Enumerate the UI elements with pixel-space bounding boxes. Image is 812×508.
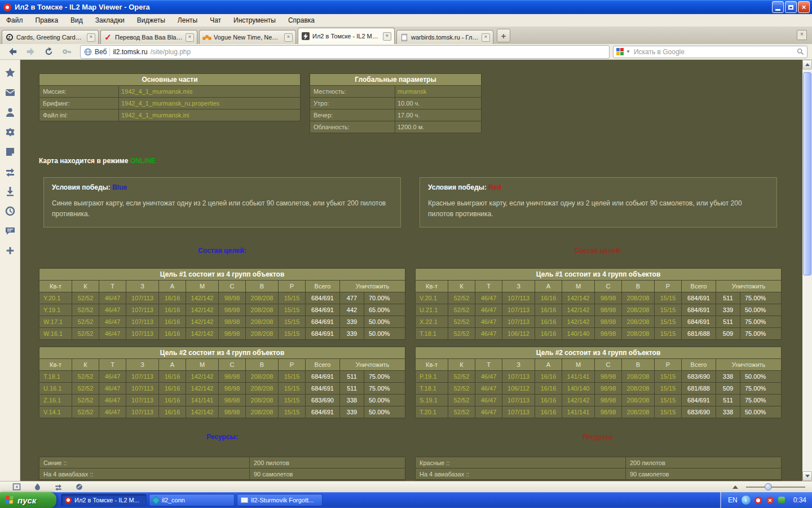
column-header: Уничтожить — [340, 281, 405, 292]
tab-bar-close-button[interactable]: × — [797, 30, 807, 40]
start-button[interactable]: пуск — [0, 492, 56, 508]
blue-goal2-table: Цель #2 состоит из 4 групп объектов Кв-т… — [39, 347, 405, 418]
widgets-gear-icon[interactable] — [4, 126, 16, 138]
panel-toggle-icon[interactable] — [12, 483, 21, 491]
maximize-button[interactable] — [785, 1, 797, 13]
column-header: Кв-т — [39, 359, 72, 370]
turbo-icon[interactable] — [33, 483, 42, 491]
scrollbar-thumb[interactable] — [803, 72, 811, 275]
cell: 52/52 — [72, 304, 99, 316]
reload-icon — [43, 46, 54, 57]
zoom-slider[interactable] — [746, 487, 805, 488]
tab-cards[interactable]: Z Cards, Greeting Cards, P... × — [2, 30, 99, 44]
tab-close-icon[interactable]: × — [284, 33, 293, 42]
downloads-icon[interactable] — [4, 185, 16, 198]
tab-warbirds[interactable]: warbirds.tomsk.ru - Гла... × — [396, 30, 493, 44]
new-tab-button[interactable]: + — [497, 29, 510, 42]
menu-chat[interactable]: Чат — [204, 14, 227, 27]
security-shield-icon[interactable] — [766, 496, 774, 505]
tab-vogue[interactable]: Vogue New Time, New T... × — [199, 30, 296, 44]
menu-widgets[interactable]: Виджеты — [131, 14, 171, 27]
tab-close-icon[interactable]: × — [383, 32, 391, 41]
close-button[interactable]: × — [798, 1, 810, 13]
menu-bookmarks[interactable]: Закладки — [89, 14, 131, 27]
cell: 16/16 — [159, 406, 186, 418]
cell: 339 — [340, 316, 364, 327]
google-search-box[interactable]: ▼ — [613, 46, 807, 58]
cell[interactable]: 1942_4_1_murmansk.ini — [119, 110, 300, 121]
cell: 338 — [716, 406, 740, 418]
vertical-scrollbar[interactable] — [802, 60, 812, 481]
minimize-button[interactable] — [772, 1, 784, 13]
magnifier-icon[interactable] — [797, 48, 804, 55]
cell: 52/52 — [448, 328, 475, 339]
cell: 15/15 — [279, 371, 305, 382]
cell: 106/112 — [502, 328, 535, 339]
blue-victory-box: Условия победы: Blue Синие выиграют карт… — [43, 177, 401, 227]
zoom-slider-handle[interactable] — [765, 483, 772, 491]
transfers-arrows-icon[interactable] — [4, 165, 16, 178]
tab-translation[interactable]: ✓ Перевод Baa Baa Black ... × — [100, 30, 197, 44]
mail-icon[interactable] — [4, 86, 16, 99]
opera-link-icon[interactable] — [75, 483, 83, 491]
menu-feeds[interactable]: Ленты — [171, 14, 204, 27]
chat-icon[interactable] — [4, 225, 16, 237]
scroll-down-button[interactable] — [802, 471, 812, 481]
wand-password-button[interactable] — [59, 46, 74, 58]
column-header: З — [502, 281, 535, 292]
menu-tools[interactable]: Инструменты — [227, 14, 282, 27]
document-icon — [400, 33, 408, 42]
hide-icons-button[interactable]: ‹ — [742, 496, 751, 505]
tray-green-icon[interactable] — [778, 497, 785, 503]
column-header: Всего — [306, 359, 339, 370]
transfers-status-icon[interactable] — [54, 483, 63, 491]
tab-close-icon[interactable]: × — [87, 33, 95, 42]
menu-help[interactable]: Справка — [282, 14, 321, 27]
cell: 142/142 — [562, 292, 594, 304]
cell: 52/52 — [448, 406, 475, 418]
cell: 16/16 — [159, 316, 186, 327]
tray-opera-icon[interactable] — [754, 497, 762, 504]
forward-button[interactable] — [23, 46, 38, 58]
address-field[interactable]: Веб il2.tomsk.ru/site/plug.php — [80, 45, 610, 59]
history-clock-icon[interactable] — [4, 205, 16, 217]
column-header: А — [535, 359, 562, 370]
bookmarks-star-icon[interactable] — [4, 67, 16, 79]
taskbar-item-sturmovik[interactable]: Il2-Sturmovik Forgott... — [237, 494, 323, 506]
cell[interactable]: 1942_4_1_murmansk.mis — [119, 86, 300, 97]
table-title-row: Основные части — [39, 74, 300, 85]
status-bar — [0, 481, 812, 492]
tab-il2-map-viewer[interactable]: Ил2 в Томске - IL2 Map ... × — [298, 28, 395, 44]
column-header: С — [219, 359, 245, 370]
start-button-label: пуск — [17, 496, 36, 505]
address-toolbar: Веб il2.tomsk.ru/site/plug.php ▼ — [0, 44, 812, 60]
table-row: Миссия:1942_4_1_murmansk.mis — [39, 86, 300, 97]
reload-button[interactable] — [41, 46, 56, 58]
taskbar-item-opera[interactable]: Ил2 в Томске - IL2 M... — [61, 494, 147, 506]
search-engine-dropdown-icon[interactable]: ▼ — [626, 49, 630, 54]
search-input[interactable] — [633, 47, 795, 56]
contacts-icon[interactable] — [4, 106, 16, 119]
column-header: Уничтожить — [716, 359, 781, 370]
tab-close-icon[interactable]: × — [482, 33, 490, 42]
notes-icon[interactable] — [4, 146, 16, 158]
taskbar-item-il2conn[interactable]: il2_conn — [149, 494, 235, 506]
orange-paw-icon — [202, 33, 211, 42]
column-header: К — [448, 359, 475, 370]
menu-edit[interactable]: Правка — [29, 14, 65, 27]
table-row: T.18.152/5246/47106/11216/16140/14098/98… — [416, 328, 781, 339]
cell: 16/16 — [159, 292, 186, 304]
cell: 16/16 — [535, 316, 562, 327]
cell[interactable]: 1942_4_1_murmansk_ru.properties — [119, 98, 300, 109]
menu-view[interactable]: Вид — [64, 14, 89, 27]
scroll-up-button[interactable] — [802, 60, 812, 69]
menu-file[interactable]: Файл — [0, 14, 29, 27]
forward-arrow-icon — [25, 46, 36, 57]
back-button[interactable] — [5, 46, 20, 58]
add-panel-icon[interactable] — [4, 244, 16, 257]
tab-close-icon[interactable]: × — [186, 33, 194, 42]
cell: 511 — [340, 371, 364, 382]
language-indicator[interactable]: EN — [728, 496, 738, 504]
zoom-menu-arrow-icon[interactable] — [732, 485, 738, 489]
cell: 511 — [716, 395, 740, 406]
